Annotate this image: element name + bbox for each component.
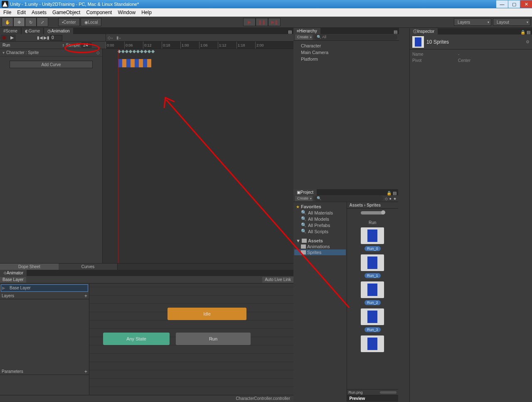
dope-sheet-tab[interactable]: Dope Sheet (0, 264, 59, 270)
project-create-button[interactable]: Create (295, 196, 313, 201)
add-key-icon[interactable]: ◇₊ (108, 35, 113, 40)
folder-icon (301, 250, 306, 254)
add-parameter-button[interactable]: + (84, 369, 87, 375)
assets-header[interactable]: Assets (308, 238, 323, 243)
menu-gameobject[interactable]: GameObject (52, 10, 80, 15)
main-toolbar: ✋ ✥ ↻ ⤢ ▪ Center ◉ Local ▶ ❚❚ ▶❚ Layers … (0, 17, 532, 28)
add-layer-button[interactable]: + (84, 293, 87, 299)
property-row[interactable]: ▾ Character : Sprite ◇ (0, 49, 102, 57)
folder-item[interactable]: Animations (307, 244, 330, 249)
project-search-input[interactable]: 🔍 (314, 196, 383, 201)
gear-icon[interactable]: ⚙ (526, 39, 530, 44)
next-key-button[interactable]: ▶▮ (43, 35, 50, 41)
asset-grid: Run Run_0 Run_1 Run_2 Run_3 (347, 209, 399, 389)
prev-key-button[interactable]: ▮◀ (37, 35, 43, 41)
asset-item[interactable] (356, 335, 389, 352)
menu-component[interactable]: Component (86, 10, 112, 15)
pause-button[interactable]: ❚❚ (256, 18, 268, 26)
breadcrumb[interactable]: Base Layer (0, 277, 26, 283)
folder-item[interactable]: Sprites (307, 250, 321, 255)
asset-item[interactable]: Run_0 (356, 227, 389, 251)
tab-project[interactable]: ▣ Project (293, 189, 317, 195)
tab-animator[interactable]: ⊹ Animator (0, 270, 27, 276)
menu-edit[interactable]: Edit (17, 10, 26, 15)
add-curve-button[interactable]: Add Curve (10, 61, 93, 68)
window-close-button[interactable]: ✕ (520, 0, 532, 8)
layers-dropdown[interactable]: Layers (454, 18, 491, 26)
pivot-local-button[interactable]: ◉ Local (81, 18, 102, 26)
play-button[interactable]: ▶ (243, 18, 256, 26)
timeline-ruler[interactable]: 0:00 0:06 0:12 0:18 1:00 1:06 1:12 1:18 … (106, 42, 293, 49)
hand-tool[interactable]: ✋ (2, 17, 13, 27)
search-filter-icon[interactable]: ◇ (385, 197, 388, 201)
sprite-group-label[interactable]: Run (350, 220, 396, 225)
hierarchy-item[interactable]: Platform (293, 56, 399, 62)
hierarchy-item[interactable]: Character (293, 42, 399, 49)
tab-scene[interactable]: # Scene (0, 28, 21, 34)
inspector-key: Name (412, 52, 458, 57)
tab-inspector[interactable]: ⓘ Inspector (410, 28, 438, 35)
menu-file[interactable]: File (3, 10, 11, 15)
hierarchy-item[interactable]: Main Camera (293, 49, 399, 56)
window-maximize-button[interactable]: ▢ (508, 0, 520, 8)
asset-path-breadcrumb[interactable]: Assets › Sprites (347, 202, 399, 209)
menu-assets[interactable]: Assets (32, 10, 47, 15)
pivot-center-button[interactable]: ▪ Center (58, 18, 80, 26)
window-minimize-button[interactable]: — (496, 0, 508, 8)
tab-game[interactable]: ◐ Game (22, 28, 43, 34)
favorites-header: Favorites (301, 204, 321, 209)
asset-item[interactable]: Run_3 (356, 308, 389, 332)
favorite-item[interactable]: All Prefabs (308, 223, 330, 228)
rotate-tool[interactable]: ↻ (25, 17, 37, 27)
state-node-run[interactable]: Run (176, 333, 251, 345)
timeline-track[interactable] (103, 49, 293, 263)
folder-icon (301, 244, 306, 249)
favorite-item[interactable]: All Scripts (308, 229, 328, 234)
tab-animation[interactable]: ◷ Animation (44, 28, 73, 34)
left-tabbar: # Scene ◐ Game ◷ Animation ▤ (0, 28, 293, 34)
clip-dropdown[interactable]: Run (0, 43, 62, 47)
folder-icon (302, 239, 307, 243)
frame-input[interactable]: 0 (50, 35, 62, 41)
search-save-icon[interactable]: ★ (393, 197, 397, 201)
favorite-item[interactable]: All Models (308, 217, 329, 222)
inspector-options-icon[interactable]: 🔒 ▤ (520, 30, 530, 35)
anim-play-button[interactable]: ▶ (8, 35, 16, 41)
tab-hierarchy[interactable]: ≡ Hierarchy (293, 28, 320, 34)
curves-tab[interactable]: Curves (59, 264, 117, 270)
layout-dropdown[interactable]: Layout (493, 18, 530, 26)
panel-options-icon[interactable]: ▤ (288, 30, 292, 34)
animator-graph[interactable]: Idle Any State Run (89, 284, 293, 395)
sample-input[interactable]: 24 (81, 42, 91, 48)
hierarchy-search-input[interactable]: 🔍 All (314, 35, 397, 40)
inspector-value: Center (458, 58, 470, 63)
move-tool[interactable]: ✥ (13, 17, 25, 27)
hierarchy-options-icon[interactable]: ▤ (394, 30, 397, 34)
playhead[interactable] (118, 49, 118, 263)
titlebar: Unity - 1.unity - Unity2DTraining - PC, … (0, 0, 532, 8)
auto-live-link-button[interactable]: Auto Live Link (262, 277, 293, 283)
hierarchy-create-button[interactable]: Create (295, 35, 313, 40)
search-icon: 🔍 (301, 229, 307, 234)
favorite-item[interactable]: All Materials (308, 210, 333, 215)
menu-help[interactable]: Help (141, 10, 152, 15)
state-node-any[interactable]: Any State (103, 333, 170, 345)
asset-item[interactable]: Run_2 (356, 281, 389, 305)
thumbnail-size-slider[interactable] (380, 391, 397, 394)
menu-window[interactable]: Window (118, 10, 135, 15)
sample-label: Sample (66, 43, 80, 47)
layer-item[interactable]: ▶Base Layer (1, 284, 88, 292)
search-filter-icon[interactable]: ● (389, 197, 392, 201)
state-node-idle[interactable]: Idle (167, 308, 246, 320)
record-button[interactable] (0, 35, 8, 41)
scale-tool[interactable]: ⤢ (37, 17, 48, 27)
search-icon: 🔍 (301, 222, 307, 228)
inspector-key: Pivot (412, 58, 458, 63)
add-event-icon[interactable]: ▮₊ (116, 35, 121, 40)
project-options-icon[interactable]: 🔒 ▤ (387, 191, 397, 195)
preview-header[interactable]: Preview (347, 395, 399, 402)
asset-item[interactable]: Run_1 (356, 254, 389, 278)
parameters-header: Parameters+ (0, 368, 89, 375)
search-icon: 🔍 (301, 210, 307, 215)
step-button[interactable]: ▶❚ (268, 18, 281, 26)
